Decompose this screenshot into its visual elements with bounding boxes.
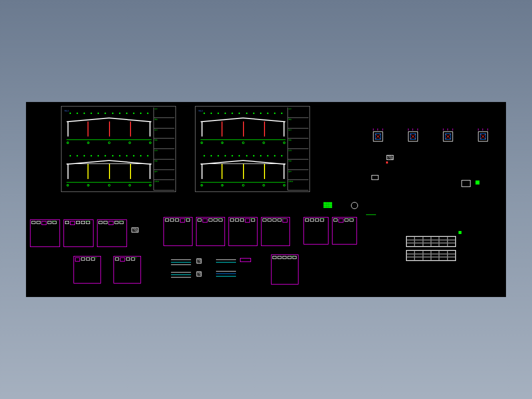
anchor-detail-2 <box>371 174 386 184</box>
title-block-2: 设计 审核 校对 制图 比例 日期 图号 材料表 <box>288 108 308 190</box>
anchor-detail-3 <box>461 180 474 192</box>
schedule-table-1 <box>406 236 456 247</box>
bottom-detail-3: 节点详图 <box>271 254 298 284</box>
plate-detail-group-2 <box>216 257 261 284</box>
foundation-j4 <box>476 130 490 144</box>
lower-truss: ABCDE <box>66 154 152 186</box>
connection-detail-4: 节点详图 <box>164 217 192 246</box>
portal-frame-drawing-2: GJ-1 ABCDE <box>195 106 310 192</box>
portal-frame-drawing-1: GJ-1 ABCDE <box>61 106 176 192</box>
schedule-table-2 <box>406 250 456 261</box>
bottom-detail-2: 节点详图 <box>114 256 141 284</box>
foundation-j1 <box>371 130 385 144</box>
schedule-mark <box>458 231 462 234</box>
bottom-detail-1: 节点详图 <box>74 256 101 284</box>
cad-drawing-sheet: GJ-1 ABCDE <box>26 102 506 297</box>
notes-block: ████████████████████████ <box>324 202 348 208</box>
connection-detail-6: 节点详图 <box>228 217 258 246</box>
connection-detail-8: 节点详图 <box>304 217 328 244</box>
lower-truss-2: ABCDE <box>200 154 286 186</box>
connection-detail-1: 节点详图 <box>30 220 60 247</box>
connection-detail-2: 节点详图 <box>64 220 94 247</box>
section-mark <box>366 214 376 218</box>
connection-detail-7: 节点详图 <box>261 217 290 246</box>
detail-standalone-1 <box>131 227 148 234</box>
anchor-detail-1 <box>386 154 406 170</box>
foundation-j3 <box>441 130 455 144</box>
connection-detail-9: 节点详图 <box>332 217 357 244</box>
section-circle <box>351 202 358 209</box>
foundation-j2 <box>406 130 420 144</box>
title-block: 设计 审核 校对 制图 比例 日期 图号 材料表 <box>154 108 174 190</box>
connection-detail-3: 节点详图 <box>97 220 127 247</box>
connection-detail-5: 节点详图 <box>196 217 225 246</box>
plate-detail-group <box>171 257 221 284</box>
upper-truss-2: ABCDE <box>200 112 286 144</box>
upper-truss: ABCDE <box>66 112 152 144</box>
